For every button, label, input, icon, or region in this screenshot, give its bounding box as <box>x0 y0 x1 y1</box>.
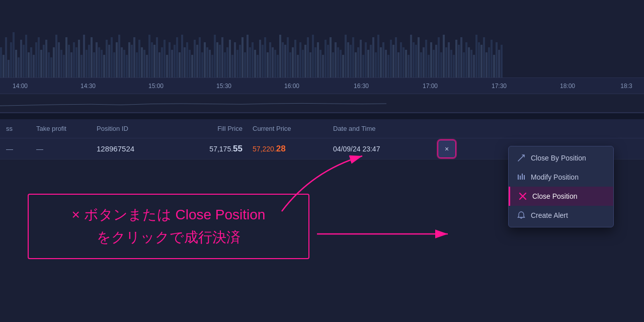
chart-bar <box>98 47 100 77</box>
chart-bar <box>18 57 20 77</box>
chart-bar <box>279 35 281 77</box>
chart-bar <box>486 52 488 77</box>
chart-bar <box>390 40 392 77</box>
modify-icon <box>517 173 526 182</box>
time-label: 15:30 <box>216 83 231 90</box>
chart-bar <box>78 40 80 77</box>
cell-date-time: 04/09/24 23:47 <box>333 145 434 153</box>
chart-bar <box>199 37 201 77</box>
chart-bar <box>25 35 27 77</box>
chart-bar <box>60 50 62 77</box>
menu-item-create-alert[interactable]: Create Alert <box>509 206 613 225</box>
chart-bar <box>174 45 176 77</box>
close-by-icon <box>517 153 526 163</box>
menu-item-modify[interactable]: Modify Position <box>509 168 613 187</box>
chart-bar <box>10 42 12 77</box>
chart-bar <box>337 47 339 77</box>
chart-bar <box>189 50 191 77</box>
chart-bar <box>501 45 503 77</box>
chart-bar <box>93 52 95 77</box>
chart-bar <box>465 42 467 77</box>
chart-bar <box>151 42 153 77</box>
chart-bar <box>58 42 60 77</box>
chart-bar <box>20 40 22 77</box>
chart-bar <box>259 40 261 77</box>
chart-bar <box>171 50 173 77</box>
cell-position-id: 128967524 <box>97 144 177 153</box>
menu-item-close-by[interactable]: Close By Position <box>509 148 613 168</box>
context-menu: Close By Position Modify Position Close … <box>508 146 614 227</box>
chart-bar <box>362 55 364 77</box>
chart-bar <box>63 55 65 77</box>
chart-bar <box>438 37 440 77</box>
chart-bar <box>317 42 319 77</box>
col-header-fill-price: Fill Price <box>177 125 253 132</box>
chart-bar <box>128 42 130 77</box>
chart-bar <box>377 35 379 77</box>
fill-price-bold: 55 <box>233 144 243 153</box>
chart-bar <box>194 40 196 77</box>
chart-bar <box>53 47 55 77</box>
chart-bar <box>357 47 359 77</box>
current-price-bold: 28 <box>276 144 286 153</box>
chart-bar <box>445 47 447 77</box>
chart-bar <box>380 47 382 77</box>
chart-bar <box>496 42 498 77</box>
annotation-box: × ボタンまたは Close Position をクリックで成行決済 <box>28 194 309 259</box>
chart-bar <box>224 52 226 77</box>
chart-bar <box>435 45 437 77</box>
time-label: 17:30 <box>492 83 507 90</box>
time-label: 16:30 <box>354 83 369 90</box>
menu-item-close-position[interactable]: Close Position <box>509 187 613 206</box>
chart-bar <box>30 47 32 77</box>
chart-bar <box>166 55 168 77</box>
chart-bar <box>440 52 442 77</box>
chart-bar <box>118 35 120 77</box>
time-label: 15:00 <box>148 83 164 90</box>
col-header-date-time: Date and Time <box>333 125 434 132</box>
time-label: 14:00 <box>13 83 28 90</box>
menu-label-close-position: Close Position <box>532 192 578 200</box>
chart-bar <box>342 55 344 77</box>
chart-bar <box>234 42 236 77</box>
chart-bar <box>244 52 246 77</box>
chart-bar <box>5 37 7 77</box>
chart-bar <box>75 47 77 77</box>
chart-bar <box>284 45 286 77</box>
cell-ss: — <box>6 145 36 153</box>
chart-bar <box>68 45 70 77</box>
chart-bar <box>289 52 291 77</box>
chart-bar <box>292 47 294 77</box>
chart-bar <box>335 42 337 77</box>
fill-price-main: 57,175. <box>209 145 233 153</box>
chart-bar <box>214 35 216 77</box>
chart-bar <box>448 42 450 77</box>
chart-bar <box>169 42 171 77</box>
chart-bar <box>430 42 432 77</box>
close-x-button[interactable]: × <box>438 140 456 158</box>
chart-bar <box>3 55 5 77</box>
menu-label-modify: Modify Position <box>531 173 579 181</box>
cell-current-price: 57,220.28 <box>253 144 333 154</box>
chart-bar <box>8 60 10 77</box>
chart-bars <box>0 0 644 77</box>
chart-bar <box>493 55 495 77</box>
chart-bar <box>314 47 316 77</box>
chart-bar <box>443 35 445 77</box>
chart-bar <box>304 45 306 77</box>
chart-bar <box>186 42 188 77</box>
chart-bar <box>179 52 181 77</box>
chart-bar <box>23 45 25 77</box>
chart-bar <box>397 52 399 77</box>
chart-bar <box>80 55 83 77</box>
chart-bar <box>40 50 42 77</box>
arrow-to-close-position <box>307 194 508 284</box>
chart-bar <box>103 55 105 77</box>
chart-bar <box>38 37 40 77</box>
chart-bar <box>239 45 241 77</box>
chart-bar <box>146 55 148 77</box>
time-label: 14:30 <box>80 83 96 90</box>
chart-bar <box>226 47 228 77</box>
chart-bar <box>287 37 289 77</box>
alert-icon <box>517 211 526 220</box>
